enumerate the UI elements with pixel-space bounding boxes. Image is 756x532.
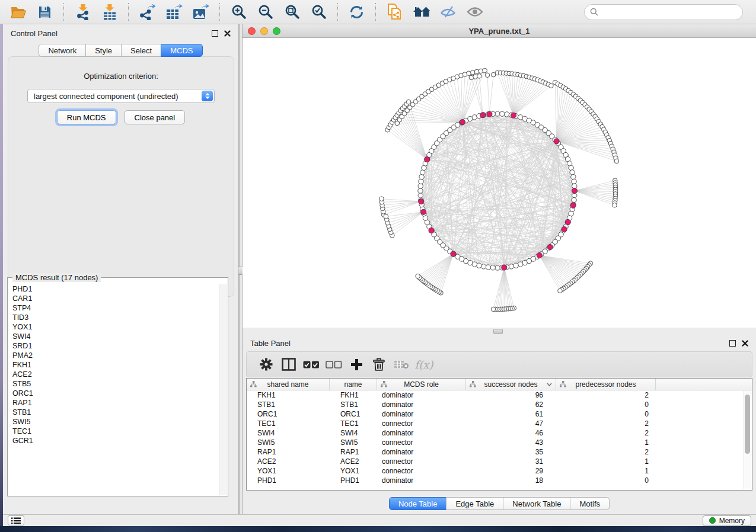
mcds-result-item[interactable]: SWI4 [12, 332, 219, 341]
table-cell: STB1 [247, 400, 330, 409]
table-scrollbar-thumb[interactable] [745, 395, 750, 454]
table-scrollbar[interactable] [744, 391, 751, 489]
columns-icon [282, 358, 296, 371]
tab-select[interactable]: Select [121, 44, 161, 57]
export-network-icon [139, 4, 155, 20]
tab-mcds[interactable]: MCDS [161, 44, 202, 57]
export-image-button[interactable] [189, 2, 213, 22]
zoom-selected-button[interactable] [307, 2, 331, 22]
table-cell: dominator [377, 476, 466, 485]
mcds-result-scrollbar[interactable] [219, 284, 227, 495]
gear-icon [260, 358, 273, 371]
export-image-icon [193, 4, 209, 20]
tab-network-table[interactable]: Network Table [503, 497, 570, 510]
table-row[interactable]: ACE2ACE2connector311 [247, 457, 752, 466]
memory-button[interactable]: Memory [703, 515, 751, 526]
delete-column-button[interactable] [368, 354, 390, 374]
column-label: MCDS role [404, 380, 439, 389]
column-header-shared-name[interactable]: shared name [247, 379, 330, 390]
column-header-successor-nodes[interactable]: successor nodes [466, 379, 556, 390]
close-panel-icon[interactable] [742, 340, 748, 347]
duplicate-network-button[interactable] [382, 2, 407, 22]
close-panel-icon[interactable] [224, 30, 231, 37]
column-header-mcds-role[interactable]: MCDS role [377, 379, 466, 390]
table-row[interactable]: YOX1YOX1connector291 [247, 466, 752, 476]
apply-layout-button[interactable] [344, 2, 369, 22]
mcds-result-item[interactable]: RAP1 [12, 398, 219, 408]
mcds-result-item[interactable]: PHD1 [12, 284, 219, 294]
show-columns-button[interactable] [277, 354, 300, 374]
tab-edge-table[interactable]: Edge Table [446, 497, 503, 510]
column-type-icon [470, 381, 476, 387]
column-type-icon [250, 381, 257, 387]
column-header-predecessor-nodes[interactable]: predecessor nodes [556, 379, 656, 390]
open-file-button[interactable] [6, 2, 30, 22]
export-network-button[interactable] [135, 2, 160, 22]
float-panel-icon[interactable] [212, 30, 218, 37]
mcds-result-item[interactable]: YOX1 [12, 322, 219, 332]
select-stepper-icon [202, 91, 213, 101]
table-row[interactable]: SWI4SWI4dominator462 [247, 428, 752, 438]
import-network-button[interactable] [71, 2, 95, 22]
unselect-all-columns-button[interactable] [323, 354, 345, 374]
mcds-result-item[interactable]: PMA2 [12, 351, 219, 360]
tab-motifs[interactable]: Motifs [570, 497, 610, 510]
mcds-result-groupbox: MCDS result (17 nodes) PHD1CAR1STP4TID3Y… [7, 277, 228, 496]
mcds-result-item[interactable]: CAR1 [12, 294, 219, 303]
network-canvas[interactable] [243, 38, 756, 328]
mcds-result-list[interactable]: PHD1CAR1STP4TID3YOX1SWI4SRD1PMA2FKH1ACE2… [8, 284, 219, 495]
table-row[interactable]: SWI5SWI5connector431 [247, 438, 752, 447]
node-table: shared name name MCDS role successor nod… [246, 378, 752, 491]
column-header-name[interactable]: name [330, 379, 377, 390]
table-row[interactable]: STB1STB1dominator620 [247, 400, 752, 409]
select-first-neighbors-button[interactable] [409, 2, 433, 22]
optimization-criterion-select[interactable]: largest connected component (undirected) [27, 89, 215, 103]
control-panel-tab-bar: Network Style Select MCDS [3, 44, 238, 57]
mcds-result-item[interactable]: SWI5 [12, 417, 219, 427]
splitter-handle[interactable] [493, 329, 503, 334]
tab-node-table[interactable]: Node Table [389, 497, 447, 510]
run-mcds-button[interactable]: Run MCDS [57, 110, 116, 124]
zoom-fit-button[interactable] [280, 2, 304, 22]
window-close-icon[interactable] [248, 27, 256, 35]
table-cell: RAP1 [330, 447, 377, 457]
window-zoom-icon[interactable] [273, 27, 280, 35]
horizontal-splitter[interactable] [243, 328, 756, 335]
window-minimize-icon[interactable] [260, 27, 268, 35]
table-row[interactable]: PHD1PHD1dominator180 [247, 476, 752, 485]
selected-criterion: largest connected component (undirected) [34, 92, 178, 101]
search-input[interactable] [602, 8, 737, 17]
mcds-result-item[interactable]: ACE2 [12, 370, 219, 379]
mcds-result-item[interactable]: SRD1 [12, 341, 219, 351]
tab-style[interactable]: Style [85, 44, 122, 57]
export-table-icon [166, 4, 183, 20]
export-table-button[interactable] [162, 2, 186, 22]
mcds-result-item[interactable]: TID3 [12, 313, 219, 322]
tab-network[interactable]: Network [39, 44, 86, 57]
close-panel-button[interactable]: Close panel [125, 110, 186, 124]
table-row[interactable]: TEC1TEC1connector472 [247, 419, 752, 428]
zoom-out-button[interactable] [253, 2, 277, 22]
hide-selected-button[interactable] [436, 2, 460, 22]
table-row[interactable]: ORC1ORC1dominator610 [247, 409, 752, 419]
zoom-in-button[interactable] [227, 2, 251, 22]
create-column-button[interactable] [345, 354, 368, 374]
table-row[interactable]: RAP1RAP1dominator352 [247, 447, 752, 457]
table-row[interactable]: FKH1FKH1dominator962 [247, 390, 752, 400]
mcds-result-item[interactable]: FKH1 [12, 360, 219, 370]
import-table-button[interactable] [97, 2, 122, 22]
houses-icon [412, 5, 431, 19]
task-history-button[interactable] [8, 515, 24, 525]
mcds-result-item[interactable]: STB5 [12, 379, 219, 389]
select-all-columns-button[interactable] [300, 354, 323, 374]
mcds-result-item[interactable]: STB1 [12, 408, 219, 417]
show-all-button[interactable] [462, 2, 487, 22]
mcds-result-item[interactable]: STP4 [12, 303, 219, 313]
mcds-result-item[interactable]: TEC1 [12, 427, 219, 436]
mcds-result-item[interactable]: ORC1 [12, 389, 219, 398]
table-toolbar: f(x) [246, 351, 752, 377]
table-settings-button[interactable] [255, 354, 277, 374]
float-panel-icon[interactable] [729, 340, 736, 347]
mcds-result-item[interactable]: GCR1 [12, 436, 219, 446]
save-session-button[interactable] [33, 2, 57, 22]
